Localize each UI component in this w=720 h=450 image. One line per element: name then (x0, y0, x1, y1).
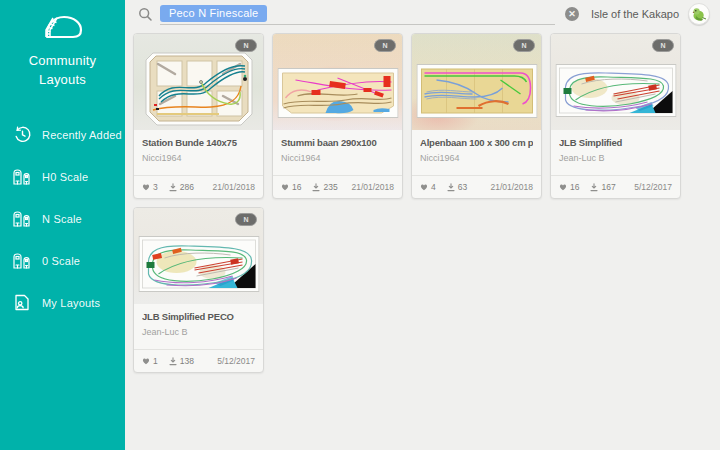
likes-count: 4 (431, 182, 436, 192)
sidebar-item-label: Recently Added (42, 129, 122, 141)
downloads-count: 286 (180, 182, 194, 192)
likes-count: 3 (153, 182, 158, 192)
downloads-stat[interactable]: 138 (169, 356, 194, 366)
layout-thumbnail: N (134, 34, 263, 130)
scale-trains-icon (12, 209, 32, 229)
download-icon (169, 183, 177, 192)
layout-title: JLB Simplified (559, 137, 672, 148)
heart-icon (142, 183, 150, 191)
download-icon (169, 357, 177, 366)
layout-author: Nicci1964 (142, 153, 255, 163)
likes-stat[interactable]: 1 (142, 356, 158, 366)
sidebar-item-label: H0 Scale (42, 171, 88, 183)
downloads-stat[interactable]: 286 (169, 182, 194, 192)
sidebar-item-my-layouts[interactable]: My Layouts (0, 282, 125, 324)
downloads-count: 63 (458, 182, 467, 192)
layout-date: 21/01/2018 (212, 182, 255, 192)
close-icon: ✕ (568, 9, 576, 19)
layout-thumbnail: N (273, 34, 402, 130)
scale-badge: N (374, 39, 396, 52)
layout-thumbnail: N (134, 208, 263, 304)
sidebar-item-label: 0 Scale (42, 255, 80, 267)
downloads-count: 167 (601, 182, 615, 192)
download-icon (590, 183, 598, 192)
layout-date: 5/12/2017 (634, 182, 672, 192)
main-area: Peco N Finescale ✕ Isle of the Kakapo (125, 0, 720, 450)
downloads-stat[interactable]: 235 (312, 182, 337, 192)
track-plan-image (145, 52, 253, 126)
downloads-count: 235 (323, 182, 337, 192)
scale-badge: N (513, 39, 535, 52)
clear-search-button[interactable]: ✕ (565, 7, 579, 21)
layout-author: Nicci1964 (281, 153, 394, 163)
layout-card[interactable]: N Alpenbaan 100 x 300 cm peco code Nicci… (411, 33, 542, 199)
sidebar-item-recently-added[interactable]: Recently Added (0, 114, 125, 156)
kakapo-bird-icon (690, 5, 708, 23)
layout-date: 5/12/2017 (217, 356, 255, 366)
likes-count: 1 (153, 356, 158, 366)
layout-title: Alpenbaan 100 x 300 cm peco code (420, 137, 533, 148)
sidebar-item-0-scale[interactable]: 0 Scale (0, 240, 125, 282)
download-icon (447, 183, 455, 192)
scale-trains-icon (12, 251, 32, 271)
track-plan-image (277, 68, 398, 118)
search-query-selected-text: Peco N Finescale (160, 5, 267, 22)
scale-badge: N (235, 39, 257, 52)
card-footer: 1 138 5/12/2017 (134, 349, 263, 372)
layout-title: Station Bunde 140x75 (142, 137, 255, 148)
avatar[interactable] (688, 3, 710, 25)
layout-thumbnail: N (412, 34, 541, 130)
layout-thumbnail: N (551, 34, 680, 130)
heart-icon (281, 183, 289, 191)
layout-card[interactable]: N Stummi baan 290x100 Nicci1964 16 235 2… (272, 33, 403, 199)
search-icon (138, 7, 153, 22)
layout-title: JLB Simplified PECO (142, 311, 255, 322)
sidebar: Community Layouts Recently Added (0, 0, 125, 450)
layout-date: 21/01/2018 (490, 182, 533, 192)
sidebar-item-h0-scale[interactable]: H0 Scale (0, 156, 125, 198)
track-plan-image (138, 236, 259, 292)
scale-badge: N (235, 213, 257, 226)
topbar: Peco N Finescale ✕ Isle of the Kakapo (125, 0, 720, 28)
likes-stat[interactable]: 16 (281, 182, 301, 192)
likes-stat[interactable]: 4 (420, 182, 436, 192)
downloads-stat[interactable]: 63 (447, 182, 467, 192)
layout-card-grid: N Station Bunde 140x75 Nicci1964 3 286 2… (125, 28, 720, 378)
heart-icon (142, 357, 150, 365)
likes-count: 16 (292, 182, 301, 192)
layout-author: Jean-Luc B (559, 153, 672, 163)
my-layouts-icon (12, 293, 32, 313)
likes-count: 16 (570, 182, 579, 192)
history-icon (12, 125, 32, 145)
layout-author: Nicci1964 (420, 153, 533, 163)
likes-stat[interactable]: 16 (559, 182, 579, 192)
track-plan-image (555, 64, 676, 117)
sidebar-title: Community Layouts (17, 52, 109, 90)
downloads-count: 138 (180, 356, 194, 366)
track-plan-image (416, 64, 537, 118)
downloads-stat[interactable]: 167 (590, 182, 615, 192)
card-footer: 16 167 5/12/2017 (551, 175, 680, 198)
likes-stat[interactable]: 3 (142, 182, 158, 192)
card-footer: 16 235 21/01/2018 (273, 175, 402, 198)
app-logo-icon (0, 10, 125, 42)
card-footer: 4 63 21/01/2018 (412, 175, 541, 198)
sidebar-item-n-scale[interactable]: N Scale (0, 198, 125, 240)
layout-card[interactable]: N JLB Simplified Jean-Luc B 16 167 5/12/… (550, 33, 681, 199)
download-icon (312, 183, 320, 192)
account-name: Isle of the Kakapo (591, 8, 679, 20)
sidebar-item-label: N Scale (42, 213, 82, 225)
layout-date: 21/01/2018 (351, 182, 394, 192)
layout-card[interactable]: N Station Bunde 140x75 Nicci1964 3 286 2… (133, 33, 264, 199)
search-input[interactable]: Peco N Finescale (160, 4, 555, 25)
scale-trains-icon (12, 167, 32, 187)
heart-icon (420, 183, 428, 191)
card-footer: 3 286 21/01/2018 (134, 175, 263, 198)
layout-title: Stummi baan 290x100 (281, 137, 394, 148)
sidebar-nav: Recently Added H0 Scale (0, 114, 125, 324)
sidebar-item-label: My Layouts (42, 297, 100, 309)
layout-author: Jean-Luc B (142, 327, 255, 337)
scale-badge: N (652, 39, 674, 52)
layout-card[interactable]: N JLB Simplified PECO Jean-Luc B 1 138 5… (133, 207, 264, 373)
heart-icon (559, 183, 567, 191)
